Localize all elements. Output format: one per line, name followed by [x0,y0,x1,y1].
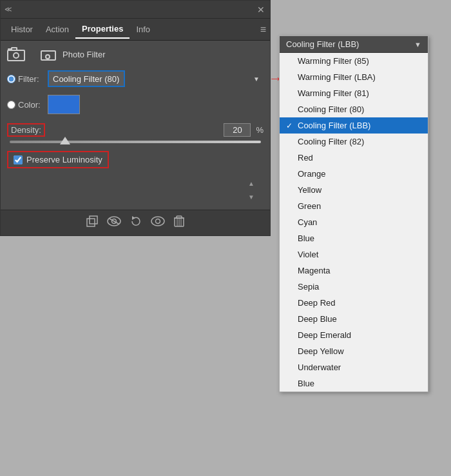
dropdown-item-12[interactable]: Violet [280,246,428,263]
check-mark-icon-4: ✓ [286,121,295,130]
tab-action[interactable]: Action [39,21,75,38]
dropdown-item-17[interactable]: Deep Emerald [280,327,428,343]
dropdown-item-16[interactable]: Deep Blue [280,311,428,327]
dropdown-arrow-icon: ▼ [253,75,260,83]
tabs-row: Histor Action Properties Info ≡ [1,19,270,41]
dropdown-item-15[interactable]: Deep Red [280,295,428,311]
camera-icon [7,47,26,61]
dropdown-item-13[interactable]: Magenta [280,263,428,279]
dropdown-item-label-4: Cooling Filter (LBB) [298,121,370,130]
density-slider-thumb[interactable] [60,137,70,144]
density-slider-container [7,141,264,143]
dropdown-item-9[interactable]: Green [280,198,428,214]
bottom-toolbar [1,210,270,235]
panel-content: Photo Filter Filter: Cooling Filter (80)… [1,41,270,206]
dropdown-item-label-17: Deep Emerald [298,330,351,340]
dropdown-item-14[interactable]: Sepia [280,279,428,295]
photo-filter-header: Photo Filter [7,47,264,61]
density-row: Density: % [7,123,264,137]
dropdown-header-chevron: ▼ [414,41,421,48]
dropdown-header-text: Cooling Filter (LBB) [286,39,359,49]
svg-point-7 [156,219,160,224]
reset-icon[interactable] [130,215,142,230]
dropdown-item-label-20: Blue [298,379,314,388]
dropdown-item-label-5: Cooling Filter (82) [298,137,364,146]
dropdown-item-1[interactable]: Warming Filter (LBA) [280,69,428,85]
dropdown-item-6[interactable]: Red [280,150,428,166]
density-slider-track[interactable] [10,141,261,143]
preserve-luminosity-label: Preserve Luminosity [26,155,102,164]
dropdown-item-5[interactable]: Cooling Filter (82) [280,134,428,150]
dropdown-item-19[interactable]: Underwater [280,359,428,375]
add-layer-icon[interactable] [86,215,98,230]
panel-scroll-up[interactable]: ▲ [7,180,264,187]
filter-select[interactable]: Cooling Filter (80) [48,70,125,87]
dropdown-item-label-14: Sepia [298,282,319,292]
density-label: Density: [7,123,45,137]
color-row: Color: [7,95,264,114]
panel-scroll-down[interactable]: ▼ [7,193,264,201]
dropdown-item-label-2: Warming Filter (81) [298,88,369,98]
dropdown-item-10[interactable]: Cyan [280,214,428,230]
delete-icon[interactable] [174,215,184,230]
dropdown-item-18[interactable]: Deep Yellow [280,343,428,359]
dropdown-item-20[interactable]: Blue [280,375,428,392]
dropdown-item-label-0: Warming Filter (85) [298,56,369,66]
tab-histor[interactable]: Histor [5,21,39,38]
dropdown-item-label-10: Cyan [298,217,317,227]
dropdown-item-label-13: Magenta [298,266,331,275]
close-button[interactable]: ✕ [256,5,266,15]
filter-radio-label[interactable]: Filter: [7,74,43,84]
dropdown-item-3[interactable]: Cooling Filter (80) [280,101,428,117]
dropdown-item-4[interactable]: ✓Cooling Filter (LBB) [280,117,428,134]
dropdown-panel-header: Cooling Filter (LBB) ▼ [280,36,428,53]
color-swatch[interactable] [48,95,80,114]
dropdown-item-label-1: Warming Filter (LBA) [298,72,376,82]
density-input[interactable] [224,123,251,137]
svg-point-6 [151,217,164,226]
dropdown-item-label-19: Underwater [298,362,341,372]
filter-dropdown-panel: Cooling Filter (LBB) ▼ Warming Filter (8… [279,35,428,392]
dropdown-item-label-16: Deep Blue [298,314,337,324]
filter-radio[interactable] [7,75,15,83]
tab-properties[interactable]: Properties [75,20,130,39]
dropdown-item-8[interactable]: Yellow [280,182,428,198]
dropdown-item-label-9: Green [298,201,321,211]
dropdown-item-label-15: Deep Red [298,298,336,308]
dropdown-item-label-8: Yellow [298,185,321,195]
dropdown-item-label-12: Violet [298,250,318,259]
density-unit: % [256,125,264,135]
dropdown-item-label-18: Deep Yellow [298,346,344,356]
main-panel: ≪ ✕ Histor Action Properties Info ≡ Phot… [0,0,271,236]
color-radio-label[interactable]: Color: [7,100,43,110]
filter-label-text: Filter: [18,74,39,84]
preserve-luminosity-checkbox[interactable] [14,155,23,164]
svg-marker-5 [132,216,135,220]
svg-rect-1 [90,216,97,224]
dropdown-item-0[interactable]: Warming Filter (85) [280,53,428,69]
collapse-icon[interactable]: ≪ [5,5,12,14]
photo-filter-title: Photo Filter [62,50,105,59]
dropdown-item-7[interactable]: Orange [280,166,428,182]
color-label-text: Color: [18,100,41,110]
filter-dropdown-wrapper: Cooling Filter (80) ▼ [48,70,264,87]
title-bar-left: ≪ [5,5,12,14]
color-radio[interactable] [7,101,15,109]
dropdown-item-label-7: Orange [298,169,325,179]
dropdown-item-label-11: Blue [298,233,314,243]
preserve-luminosity-row[interactable]: Preserve Luminosity [7,151,109,168]
filter-row: Filter: Cooling Filter (80) ▼ → [7,70,264,87]
tab-info[interactable]: Info [130,21,157,38]
dropdown-item-label-3: Cooling Filter (80) [298,104,364,114]
dropdown-item-label-6: Red [298,153,313,163]
tabs-menu-icon[interactable]: ≡ [260,24,266,35]
adjustment-layer-icon [41,48,57,61]
eye-icon[interactable] [151,216,165,230]
svg-rect-0 [87,219,95,226]
title-bar: ≪ ✕ [1,1,270,19]
visibility-effect-icon[interactable] [107,216,121,230]
dropdown-item-11[interactable]: Blue [280,230,428,246]
dropdown-item-2[interactable]: Warming Filter (81) [280,85,428,101]
dropdown-items-list: Warming Filter (85) Warming Filter (LBA)… [280,53,428,392]
